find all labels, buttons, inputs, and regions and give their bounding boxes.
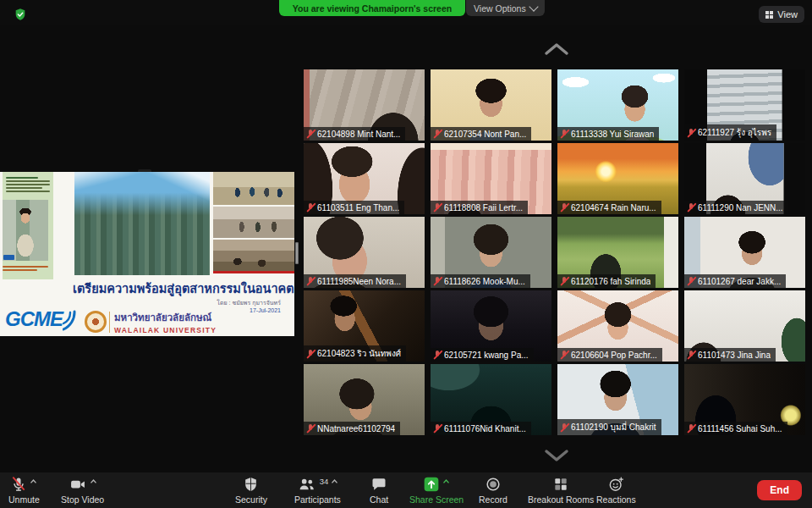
gallery-scroll-up-icon[interactable]: [542, 41, 571, 58]
unmute-button[interactable]: Unmute: [8, 475, 40, 505]
participant-tile[interactable]: 61102190 บุมมี่ Chakrit: [557, 364, 678, 435]
name-tag: 61103511 Eng Than...: [304, 201, 404, 214]
name-tag: 61111076Nid Khanit...: [431, 422, 531, 435]
chevron-up-icon[interactable]: [331, 478, 338, 484]
security-label: Security: [235, 494, 267, 505]
participant-tile[interactable]: 62105721 kwang Pa...: [431, 290, 551, 362]
participant-tile[interactable]: 61118626 Mook-Mu...: [431, 217, 551, 288]
record-button[interactable]: Record: [479, 475, 508, 505]
participant-name: 61120176 fah Sirinda: [571, 277, 650, 286]
share-screen-icon: [423, 476, 440, 493]
slide-byline: โดย : ชมัยพร กุมารจันทร์: [217, 298, 281, 307]
viewing-screen-banner: You are viewing Chamaiporn's screen: [279, 0, 465, 16]
panel-resize-handle[interactable]: [295, 242, 299, 264]
participant-tile[interactable]: 61120176 fah Sirinda: [557, 217, 678, 288]
mic-muted-icon: [560, 202, 568, 213]
name-tag: 61101267 dear Jakk...: [684, 274, 786, 288]
mic-muted-icon: [306, 129, 315, 139]
share-screen-label: Share Screen: [409, 494, 464, 505]
participants-button[interactable]: 34 Participants: [294, 475, 341, 505]
mic-muted-icon: [433, 350, 442, 360]
reactions-smiley-icon: [607, 476, 625, 493]
end-meeting-button[interactable]: End: [757, 480, 802, 500]
reactions-button[interactable]: Reactions: [596, 475, 636, 505]
mic-muted-icon: [560, 350, 568, 360]
participant-name: 61111076Nid Khanit...: [444, 424, 526, 433]
slide-photo-caption: [3, 264, 48, 273]
mic-muted-icon: [687, 128, 695, 138]
name-tag: 61111456 Suhai Suh...: [684, 422, 787, 435]
participant-tile[interactable]: 61113338 Yui Sirawan: [557, 69, 678, 141]
top-bar: You are viewing Chamaiporn's screen View…: [0, 0, 812, 25]
chevron-down-icon: [529, 2, 538, 11]
participant-name: 61113338 Yui Sirawan: [571, 130, 654, 139]
participant-name: 61111985Neen Nora...: [317, 277, 401, 286]
participant-name: 61118808 Faii Lertr...: [444, 203, 523, 213]
gcme-logo-text: GCME: [5, 307, 63, 331]
chevron-up-icon[interactable]: [442, 478, 450, 484]
slide-side-photos: [213, 172, 294, 273]
name-tag: 62104898 Mint Nant...: [304, 127, 405, 141]
participant-tile[interactable]: 61101473 Jina Jina: [684, 290, 805, 362]
slide-plant-photo: [74, 172, 210, 275]
share-screen-button[interactable]: Share Screen: [409, 475, 464, 505]
slide-photo-1: [213, 172, 294, 205]
participant-tile[interactable]: 62107354 Nont Pan...: [431, 69, 551, 141]
view-button[interactable]: View: [759, 6, 804, 23]
participant-tile[interactable]: NNatnaree61102794: [304, 364, 425, 435]
participant-name: 62104898 Mint Nant...: [317, 130, 400, 139]
participant-tile[interactable]: 61118808 Faii Lertr...: [431, 143, 551, 214]
participant-name: 61111290 Nan JENN...: [698, 203, 783, 213]
participant-name: NNatnaree61102794: [317, 424, 395, 433]
participant-tile[interactable]: 61111456 Suhai Suh...: [684, 364, 805, 435]
participant-name: 61101473 Jina Jina: [698, 351, 771, 360]
gcme-logo-swoosh: [63, 309, 76, 331]
mic-muted-icon: [687, 423, 695, 433]
name-tag: 62104674 Rain Naru...: [557, 201, 661, 214]
participant-tile[interactable]: 61101267 dear Jakk...: [684, 217, 805, 288]
name-tag: 61101473 Jina Jina: [684, 348, 776, 362]
breakout-rooms-button[interactable]: Breakout Rooms: [528, 475, 594, 505]
name-tag: 62111927 รุ้ง อุไรพร: [684, 124, 776, 141]
view-options-button[interactable]: View Options: [466, 0, 545, 16]
mic-muted-icon: [687, 202, 695, 213]
mic-muted-icon: [433, 276, 442, 286]
chat-button[interactable]: Chat: [370, 475, 388, 505]
participant-tile[interactable]: 61111985Neen Nora...: [304, 217, 425, 288]
participants-label: Participants: [294, 494, 341, 505]
meeting-toolbar: Unmute Stop Video Security: [0, 472, 812, 508]
university-name-english: WALAILAK UNIVERSITY: [114, 326, 217, 334]
name-tag: 62104823 ริว นันทพงศ์: [304, 345, 406, 362]
participant-tile[interactable]: 62111927 รุ้ง อุไรพร: [684, 69, 805, 141]
record-icon: [485, 476, 502, 493]
slide-photo-2: [213, 207, 294, 238]
gcme-logo: GCME: [5, 307, 76, 331]
shared-screen-slide: เตรียมความพร้อมสู่อุตสาหกรรมในอนาคต โดย …: [0, 172, 294, 336]
participant-tile[interactable]: 62104674 Rain Naru...: [557, 143, 678, 214]
mic-muted-icon: [687, 350, 695, 360]
chevron-up-icon[interactable]: [30, 478, 37, 484]
name-tag: 61120176 fah Sirinda: [557, 274, 656, 288]
participant-tile[interactable]: 61111290 Nan JENN...: [684, 143, 805, 214]
participant-tile[interactable]: 62104898 Mint Nant...: [304, 69, 425, 141]
participant-tile[interactable]: 61103511 Eng Than...: [304, 143, 425, 214]
chevron-up-icon[interactable]: [90, 478, 97, 484]
chat-label: Chat: [370, 494, 388, 505]
meeting-info-shield-icon[interactable]: [14, 8, 27, 21]
participant-name: 62107354 Nont Pan...: [444, 130, 526, 139]
stop-video-button[interactable]: Stop Video: [61, 475, 104, 505]
security-button[interactable]: Security: [235, 475, 267, 505]
mic-muted-icon: [306, 423, 315, 433]
name-tag: NNatnaree61102794: [304, 422, 400, 435]
mic-muted-icon: [306, 202, 315, 213]
name-tag: 62107354 Nont Pan...: [431, 127, 531, 141]
mic-muted-icon: [560, 276, 568, 286]
name-tag: 62106604 Pop Pachr...: [557, 348, 662, 362]
participant-name: 62105721 kwang Pa...: [444, 351, 529, 360]
participant-tile[interactable]: 62106604 Pop Pachr...: [557, 290, 678, 362]
participant-tile[interactable]: 61111076Nid Khanit...: [431, 364, 551, 435]
gallery-view-icon: [765, 11, 773, 19]
gallery-scroll-down-icon[interactable]: [542, 447, 571, 464]
name-tag: 61102190 บุมมี่ Chakrit: [557, 419, 661, 435]
participant-tile[interactable]: 62104823 ริว นันทพงศ์: [304, 290, 425, 362]
